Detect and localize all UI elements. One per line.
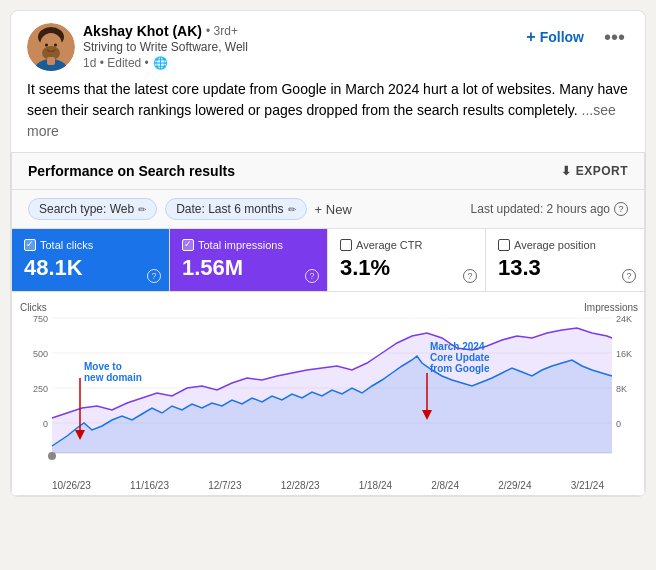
metric-checkbox-ctr [340, 239, 352, 251]
post-meta: 1d • Edited • 🌐 [83, 56, 518, 70]
metric-checkbox-position [498, 239, 510, 251]
metric-avg-position[interactable]: Average position 13.3 ? [486, 229, 644, 291]
svg-text:16K: 16K [616, 349, 632, 359]
metric-checkbox-impressions: ✓ [182, 239, 194, 251]
x-label-7: 2/29/24 [498, 480, 531, 491]
download-icon: ⬇ [561, 164, 572, 178]
svg-text:500: 500 [33, 349, 48, 359]
svg-text:750: 750 [33, 314, 48, 324]
user-info: Akshay Khot (AK) • 3rd+ Striving to Writ… [83, 23, 518, 70]
chart-header: Performance on Search results ⬇ EXPORT [12, 153, 644, 190]
metric-label-ctr: Average CTR [356, 239, 422, 251]
new-filter-button[interactable]: + New [315, 202, 352, 217]
svg-text:250: 250 [33, 384, 48, 394]
svg-text:0: 0 [616, 419, 621, 429]
metric-label-position: Average position [514, 239, 596, 251]
header-actions: + Follow ••• [518, 23, 629, 51]
x-axis-labels: 10/26/23 11/16/23 12/7/23 12/28/23 1/18/… [12, 478, 644, 495]
filter-bar: Search type: Web ✏ Date: Last 6 months ✏… [12, 190, 644, 229]
chart-container: Performance on Search results ⬇ EXPORT S… [11, 152, 645, 496]
svg-text:24K: 24K [616, 314, 632, 324]
svg-text:0: 0 [43, 419, 48, 429]
user-degree: • 3rd+ [206, 24, 238, 38]
metric-value-impressions: 1.56M [182, 255, 315, 281]
svg-text:from Google: from Google [430, 363, 490, 374]
edit-icon: ✏ [138, 204, 146, 215]
post-text: It seems that the latest core update fro… [11, 79, 645, 152]
metric-checkbox-clicks: ✓ [24, 239, 36, 251]
chart-svg: 750 500 250 0 24K 16K 8K 0 [12, 298, 646, 478]
follow-plus-icon: + [526, 28, 535, 46]
globe-icon: 🌐 [153, 56, 168, 70]
help-icon-ctr: ? [463, 269, 477, 283]
svg-text:Move to: Move to [84, 361, 122, 372]
filter-date[interactable]: Date: Last 6 months ✏ [165, 198, 306, 220]
y-label-clicks: Clicks [20, 302, 47, 313]
x-label-6: 2/8/24 [431, 480, 459, 491]
metrics-row: ✓ Total clicks 48.1K ? ✓ Total impressio… [12, 229, 644, 292]
svg-point-4 [45, 44, 48, 47]
help-icon: ? [614, 202, 628, 216]
y-axis-label-right: Impressions [584, 302, 638, 315]
metric-value-clicks: 48.1K [24, 255, 157, 281]
x-label-5: 1/18/24 [359, 480, 392, 491]
metric-total-impressions[interactable]: ✓ Total impressions 1.56M ? [170, 229, 328, 291]
metric-label-clicks: Total clicks [40, 239, 93, 251]
user-name: Akshay Khot (AK) [83, 23, 202, 39]
avatar [27, 23, 75, 71]
svg-text:8K: 8K [616, 384, 627, 394]
svg-text:new domain: new domain [84, 372, 142, 383]
svg-text:March 2024: March 2024 [430, 341, 485, 352]
chart-graph-area: Clicks Impressions 750 500 250 0 24K [12, 292, 644, 495]
metric-value-position: 13.3 [498, 255, 632, 281]
svg-point-30 [48, 452, 56, 460]
metric-avg-ctr[interactable]: Average CTR 3.1% ? [328, 229, 486, 291]
edit-icon-2: ✏ [288, 204, 296, 215]
chart-title: Performance on Search results [28, 163, 235, 179]
svg-text:Core Update: Core Update [430, 352, 490, 363]
help-icon-clicks: ? [147, 269, 161, 283]
filter-search-type[interactable]: Search type: Web ✏ [28, 198, 157, 220]
user-bio: Striving to Write Software, Well [83, 40, 518, 54]
x-label-3: 12/7/23 [208, 480, 241, 491]
help-icon-position: ? [622, 269, 636, 283]
post-card: Akshay Khot (AK) • 3rd+ Striving to Writ… [10, 10, 646, 497]
metric-value-ctr: 3.1% [340, 255, 473, 281]
export-button[interactable]: ⬇ EXPORT [561, 164, 628, 178]
x-label-4: 12/28/23 [281, 480, 320, 491]
x-label-2: 11/16/23 [130, 480, 169, 491]
y-axis-label-left: Clicks [20, 302, 47, 315]
metric-label-impressions: Total impressions [198, 239, 283, 251]
post-header: Akshay Khot (AK) • 3rd+ Striving to Writ… [11, 11, 645, 79]
svg-rect-7 [47, 57, 55, 65]
follow-button[interactable]: + Follow [518, 24, 592, 50]
last-updated: Last updated: 2 hours ago ? [471, 202, 628, 216]
filter-left: Search type: Web ✏ Date: Last 6 months ✏… [28, 198, 352, 220]
more-options-button[interactable]: ••• [600, 23, 629, 51]
x-label-8: 3/21/24 [571, 480, 604, 491]
help-icon-impressions: ? [305, 269, 319, 283]
y-label-impressions: Impressions [584, 302, 638, 313]
metric-total-clicks[interactable]: ✓ Total clicks 48.1K ? [12, 229, 170, 291]
svg-point-5 [54, 44, 57, 47]
x-label-1: 10/26/23 [52, 480, 91, 491]
